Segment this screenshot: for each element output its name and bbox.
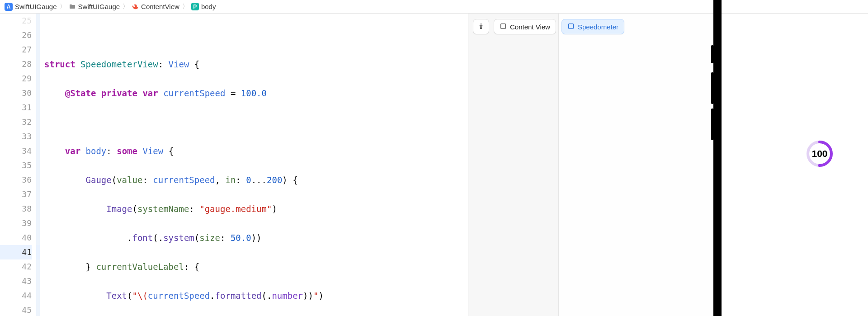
folder-icon (69, 3, 76, 10)
line-number: 40 (0, 231, 32, 245)
line-number: 31 (0, 100, 32, 115)
line-number: 30 (0, 86, 32, 100)
code-line (44, 115, 468, 129)
chevron-right-icon: 〉 (182, 3, 189, 11)
device-volume-up (711, 72, 713, 104)
gauge-value: 100 (806, 140, 833, 167)
preview-speedometer-button[interactable]: Speedometer (561, 19, 624, 34)
line-number: 45 (0, 303, 32, 316)
svg-rect-0 (501, 24, 506, 28)
preview-sidebar: Content View (468, 14, 559, 316)
line-number-gutter: 25 2627282930313233343536373839404142434… (0, 14, 36, 316)
code-line: .font(.system(size: 50.0)) (44, 231, 468, 245)
line-number: 38 (0, 202, 32, 216)
preview-panel: Content View Speedometer (468, 14, 868, 316)
device-edge-left (713, 0, 722, 316)
breadcrumb-symbol[interactable]: P body (191, 3, 216, 10)
breadcrumb-project-label: SwiftUIGauge (15, 3, 57, 10)
preview-struct-icon (500, 23, 507, 31)
main-area: 25 2627282930313233343536373839404142434… (0, 14, 868, 316)
preview-contentview-label: Content View (510, 23, 550, 31)
line-number: 39 (0, 216, 32, 231)
code-line: struct SpeedometerView: View { (44, 57, 468, 71)
code-line: Gauge(value: currentSpeed, in: 0...200) … (44, 173, 468, 187)
svg-rect-1 (569, 24, 574, 28)
code-line: @State private var currentSpeed = 100.0 (44, 86, 468, 100)
line-number: 35 (0, 158, 32, 173)
line-number: 36 (0, 173, 32, 187)
code-line (44, 28, 468, 42)
breadcrumb-folder-label: SwiftUIGauge (78, 3, 120, 10)
line-number: 34 (0, 144, 32, 158)
chevron-right-icon: 〉 (60, 3, 66, 11)
code-editor[interactable]: 25 2627282930313233343536373839404142434… (0, 14, 468, 316)
line-number: 32 (0, 115, 32, 129)
line-number: 44 (0, 288, 32, 303)
breadcrumb-file-label: ContentView (141, 3, 179, 10)
line-number: 28 (0, 57, 32, 71)
preview-contentview-button[interactable]: Content View (494, 19, 556, 34)
device-mute-switch (711, 45, 713, 63)
app-icon: A (5, 3, 13, 11)
code-line: Text("\(currentSpeed.formatted(.number))… (44, 288, 468, 303)
line-number: 25 (0, 14, 32, 28)
pin-icon (477, 23, 485, 31)
code-line: } currentValueLabel: { (44, 259, 468, 274)
preview-speedometer-label: Speedometer (578, 23, 618, 31)
change-bar (36, 14, 40, 316)
breadcrumb-symbol-label: body (201, 3, 216, 10)
pin-preview-button[interactable] (473, 19, 489, 34)
preview-toolbar-right: Speedometer (561, 19, 624, 34)
line-number: 26 (0, 28, 32, 42)
chevron-right-icon: 〉 (123, 3, 129, 11)
breadcrumb: A SwiftUIGauge 〉 SwiftUIGauge 〉 ContentV… (0, 0, 868, 14)
breadcrumb-folder[interactable]: SwiftUIGauge (69, 3, 120, 10)
gauge-widget: 100 (806, 140, 833, 167)
swift-file-icon (132, 3, 139, 10)
preview-struct-icon (567, 23, 575, 31)
property-icon: P (191, 3, 199, 10)
line-number: 37 (0, 187, 32, 202)
code-line: Image(systemName: "gauge.medium") (44, 202, 468, 216)
line-number: 29 (0, 71, 32, 86)
line-number: 33 (0, 129, 32, 144)
line-number: 27 (0, 42, 32, 57)
preview-toolbar: Content View (473, 19, 556, 34)
preview-canvas[interactable]: Speedometer 100 (559, 14, 868, 316)
breadcrumb-file[interactable]: ContentView (132, 3, 179, 10)
code-line: var body: some View { (44, 144, 468, 158)
line-number: 42 (0, 259, 32, 274)
breadcrumb-project[interactable]: A SwiftUIGauge (5, 3, 57, 11)
device-volume-down (711, 108, 713, 140)
code-area[interactable]: struct SpeedometerView: View { @State pr… (40, 14, 468, 316)
line-number: 41 (0, 245, 32, 259)
line-number: 43 (0, 274, 32, 288)
device-screen: 100 (722, 14, 868, 316)
